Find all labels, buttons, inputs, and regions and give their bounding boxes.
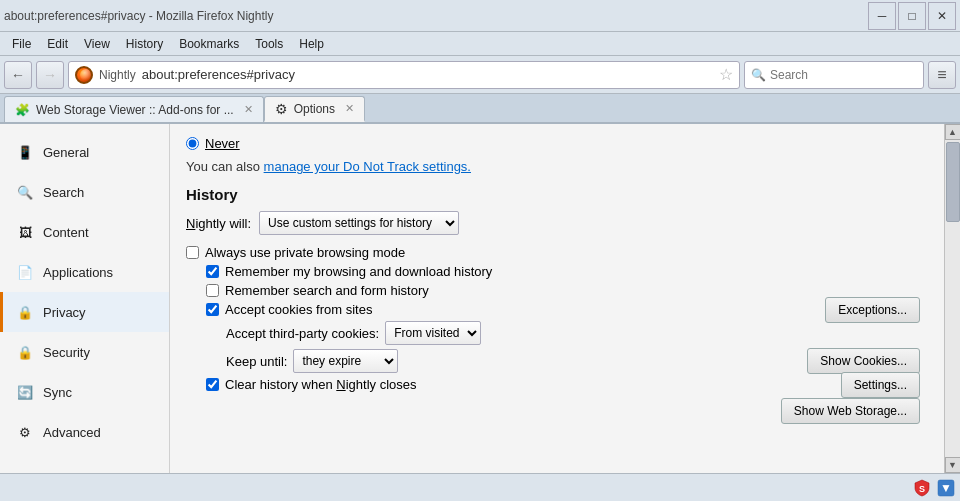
keep-until-row: Keep until: they expire I close Firefox … <box>226 349 928 373</box>
never-label: Never <box>205 136 240 151</box>
content-icon: 🖼 <box>15 222 35 242</box>
sidebar-label-general: General <box>43 145 89 160</box>
tabbar: 🧩 Web Storage Viewer :: Add-ons for ... … <box>0 94 960 124</box>
security-icon: 🔒 <box>15 342 35 362</box>
sidebar-item-advanced[interactable]: ⚙ Advanced <box>0 412 169 452</box>
browser-icon <box>75 66 93 84</box>
general-icon: 📱 <box>15 142 35 162</box>
menu-tools[interactable]: Tools <box>247 35 291 53</box>
content-area: Never You can also manage your Do Not Tr… <box>170 124 944 473</box>
sidebar-item-sync[interactable]: 🔄 Sync <box>0 372 169 412</box>
accept-cookies-row: Accept cookies from sites Exceptions... <box>206 302 928 317</box>
remember-browsing-row: Remember my browsing and download histor… <box>206 264 928 279</box>
tab-web-storage-label: Web Storage Viewer :: Add-ons for ... <box>36 103 234 117</box>
dnt-text: You can also <box>186 159 260 174</box>
statusbar: S ▼ <box>0 473 960 501</box>
sync-icon: 🔄 <box>15 382 35 402</box>
keep-until-label: Keep until: <box>226 354 287 369</box>
app-title: about:preferences#privacy - Mozilla Fire… <box>4 9 273 23</box>
minimize-button[interactable]: ─ <box>868 2 896 30</box>
svg-text:S: S <box>919 484 925 494</box>
shield-icon: S <box>912 478 932 498</box>
clear-history-label: Clear history when Nightly closes <box>225 377 416 392</box>
download-arrow-icon[interactable]: ▼ <box>936 478 956 498</box>
sidebar-label-sync: Sync <box>43 385 72 400</box>
scroll-track[interactable] <box>945 140 960 457</box>
bookmark-star-icon[interactable]: ☆ <box>719 65 733 84</box>
maximize-button[interactable]: □ <box>898 2 926 30</box>
never-radio[interactable] <box>186 137 199 150</box>
browser-name-label: Nightly <box>99 68 136 82</box>
nightly-will-label: Nightly will: <box>186 216 251 231</box>
history-section-title: History <box>186 186 928 203</box>
navbar: ← → Nightly ☆ 🔍 ≡ <box>0 56 960 94</box>
tab-web-storage-close[interactable]: ✕ <box>244 103 253 116</box>
tab-web-storage-viewer[interactable]: 🧩 Web Storage Viewer :: Add-ons for ... … <box>4 96 264 122</box>
main-layout: 📱 General 🔍 Search 🖼 Content 📄 Applicati… <box>0 124 960 473</box>
show-cookies-button[interactable]: Show Cookies... <box>807 348 920 374</box>
menu-edit[interactable]: Edit <box>39 35 76 53</box>
privacy-icon: 🔒 <box>15 302 35 322</box>
tab-web-storage-icon: 🧩 <box>15 103 30 117</box>
advanced-icon: ⚙ <box>15 422 35 442</box>
exceptions-button[interactable]: Exceptions... <box>825 297 920 323</box>
scrollbar[interactable]: ▲ ▼ <box>944 124 960 473</box>
show-web-storage-button[interactable]: Show Web Storage... <box>781 398 920 424</box>
sidebar-item-search[interactable]: 🔍 Search <box>0 172 169 212</box>
svg-text:▼: ▼ <box>940 481 952 495</box>
forward-button[interactable]: → <box>36 61 64 89</box>
sidebar-label-security: Security <box>43 345 90 360</box>
menu-file[interactable]: File <box>4 35 39 53</box>
menu-help[interactable]: Help <box>291 35 332 53</box>
applications-icon: 📄 <box>15 262 35 282</box>
keep-until-select[interactable]: they expire I close Firefox <box>293 349 398 373</box>
sidebar-label-applications: Applications <box>43 265 113 280</box>
private-browsing-row: Always use private browsing mode <box>186 245 928 260</box>
address-bar: Nightly ☆ <box>68 61 740 89</box>
remember-search-checkbox[interactable] <box>206 284 219 297</box>
clear-history-checkbox[interactable] <box>206 378 219 391</box>
tab-options[interactable]: ⚙ Options ✕ <box>264 96 365 122</box>
back-button[interactable]: ← <box>4 61 32 89</box>
address-input[interactable] <box>142 67 713 82</box>
menu-bookmarks[interactable]: Bookmarks <box>171 35 247 53</box>
scroll-down-arrow[interactable]: ▼ <box>945 457 961 473</box>
sidebar: 📱 General 🔍 Search 🖼 Content 📄 Applicati… <box>0 124 170 473</box>
search-icon: 🔍 <box>751 68 766 82</box>
scroll-thumb[interactable] <box>946 142 960 222</box>
search-input[interactable] <box>770 68 917 82</box>
titlebar-controls: ─ □ ✕ <box>868 2 956 30</box>
third-party-row: Accept third-party cookies: From visited… <box>226 321 928 345</box>
sidebar-item-security[interactable]: 🔒 Security <box>0 332 169 372</box>
menu-view[interactable]: View <box>76 35 118 53</box>
sidebar-label-privacy: Privacy <box>43 305 86 320</box>
sidebar-item-general[interactable]: 📱 General <box>0 132 169 172</box>
titlebar: about:preferences#privacy - Mozilla Fire… <box>0 0 960 32</box>
show-web-storage-row: Show Web Storage... <box>186 398 928 424</box>
dnt-row: You can also manage your Do Not Track se… <box>186 159 928 174</box>
clear-history-row: Clear history when Nightly closes Settin… <box>206 377 928 392</box>
sidebar-label-content: Content <box>43 225 89 240</box>
scroll-up-arrow[interactable]: ▲ <box>945 124 961 140</box>
accept-cookies-checkbox[interactable] <box>206 303 219 316</box>
remember-search-label: Remember search and form history <box>225 283 429 298</box>
hamburger-menu-button[interactable]: ≡ <box>928 61 956 89</box>
dnt-link[interactable]: manage your Do Not Track settings. <box>264 159 471 174</box>
remember-search-row: Remember search and form history <box>206 283 928 298</box>
nightly-name: N <box>186 216 195 231</box>
history-dropdown[interactable]: Use custom settings for history Remember… <box>259 211 459 235</box>
close-button[interactable]: ✕ <box>928 2 956 30</box>
sidebar-label-advanced: Advanced <box>43 425 101 440</box>
private-browsing-checkbox[interactable] <box>186 246 199 259</box>
tab-options-label: Options <box>294 102 335 116</box>
tab-options-close[interactable]: ✕ <box>345 102 354 115</box>
sidebar-item-privacy[interactable]: 🔒 Privacy <box>0 292 169 332</box>
menu-history[interactable]: History <box>118 35 171 53</box>
settings-button[interactable]: Settings... <box>841 372 920 398</box>
remember-browsing-checkbox[interactable] <box>206 265 219 278</box>
sidebar-item-applications[interactable]: 📄 Applications <box>0 252 169 292</box>
search-icon: 🔍 <box>15 182 35 202</box>
sidebar-item-content[interactable]: 🖼 Content <box>0 212 169 252</box>
third-party-select[interactable]: From visited Always Never <box>385 321 481 345</box>
history-row: Nightly will: Use custom settings for hi… <box>186 211 928 235</box>
